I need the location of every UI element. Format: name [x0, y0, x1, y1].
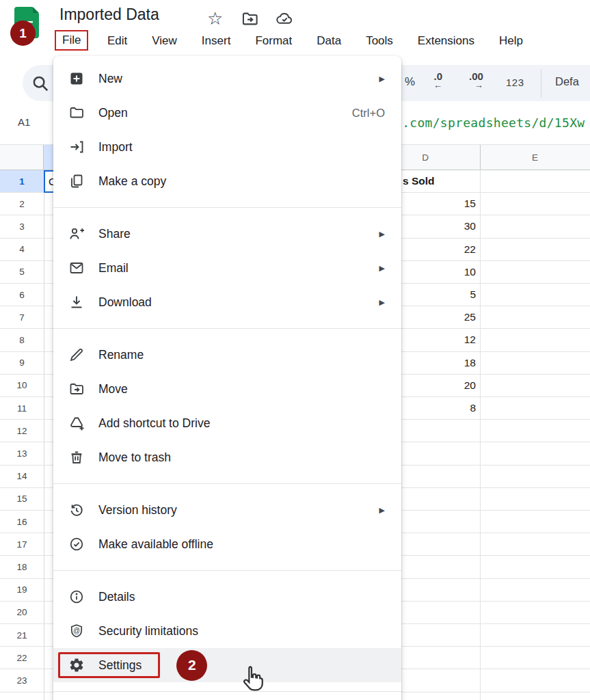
cell-d3[interactable]: 30: [464, 215, 476, 237]
row-header-18[interactable]: 18: [0, 556, 44, 578]
menubar-item-view[interactable]: View: [139, 34, 189, 48]
row-header-4[interactable]: 4: [0, 239, 44, 260]
cell-d6[interactable]: 5: [470, 284, 476, 306]
row-header-23[interactable]: 23: [0, 669, 44, 691]
menu-item-move-to-trash[interactable]: Move to trash: [53, 440, 401, 474]
file-menu-dropdown: New▶OpenCtrl+OImportMake a copyShare▶Ema…: [53, 56, 401, 700]
settings-icon: [68, 657, 85, 673]
menu-item-label: New: [98, 72, 122, 86]
header-gridline: [480, 145, 481, 170]
cell-d4[interactable]: 22: [464, 239, 476, 260]
left-arrow-icon: ←: [433, 81, 442, 90]
star-icon[interactable]: ☆: [207, 8, 228, 29]
menubar-item-data[interactable]: Data: [304, 34, 353, 48]
menu-item-rename[interactable]: Rename: [53, 338, 401, 372]
menu-divider: [53, 207, 401, 208]
cell-d1[interactable]: s Sold: [403, 170, 435, 192]
rename-icon: [68, 347, 85, 363]
download-icon: [68, 294, 85, 310]
row-header-20[interactable]: 20: [0, 602, 44, 623]
cell-d10[interactable]: 20: [464, 375, 476, 396]
row-header-21[interactable]: 21: [0, 624, 44, 646]
row-header-5[interactable]: 5: [0, 261, 44, 283]
row-header-22[interactable]: 22: [0, 647, 44, 669]
row-header-15[interactable]: 15: [0, 488, 44, 510]
svg-text:@: @: [73, 627, 80, 634]
row-header-2[interactable]: 2: [0, 193, 44, 215]
menubar-item-extensions[interactable]: Extensions: [405, 34, 487, 48]
menu-item-move[interactable]: Move: [53, 372, 401, 406]
menu-item-import[interactable]: Import: [53, 130, 401, 164]
cloud-check-icon[interactable]: [274, 9, 295, 29]
cell-d2[interactable]: 15: [464, 193, 476, 215]
row-header-6[interactable]: 6: [0, 284, 44, 306]
menu-item-label: Download: [98, 295, 152, 310]
column-gridline: [480, 170, 481, 700]
row-header-19[interactable]: 19: [0, 579, 44, 601]
row-header-7[interactable]: 7: [0, 306, 44, 328]
history-icon: [68, 502, 85, 518]
more-formats-button[interactable]: 123: [506, 77, 524, 88]
menu-item-email[interactable]: Email▶: [53, 251, 401, 285]
menu-item-new[interactable]: New▶: [53, 62, 401, 96]
menu-item-make-available-offline[interactable]: Make available offline: [53, 527, 401, 561]
submenu-arrow-icon: ▶: [379, 230, 385, 239]
step-2-badge: 2: [176, 650, 207, 681]
menu-item-label: Make available offline: [98, 537, 213, 552]
cell-d8[interactable]: 12: [464, 329, 476, 351]
row-header-8[interactable]: 8: [0, 329, 44, 351]
name-box[interactable]: A1: [18, 116, 30, 128]
person-add-icon: [68, 226, 85, 242]
column-header-e[interactable]: E: [480, 145, 590, 170]
row-header-10[interactable]: 10: [0, 375, 44, 396]
menu-item-make-a-copy[interactable]: Make a copy: [53, 164, 401, 198]
cell-d5[interactable]: 10: [464, 261, 476, 283]
row-header-12[interactable]: 12: [0, 420, 44, 442]
increase-decimal-button[interactable]: .00 →: [469, 71, 483, 90]
menu-item-label: Version history: [98, 503, 177, 517]
row-header-9[interactable]: 9: [0, 352, 44, 374]
row-header-3[interactable]: 3: [0, 215, 44, 237]
cell-d11[interactable]: 8: [470, 397, 476, 419]
row-header-17[interactable]: 17: [0, 533, 44, 555]
menu-item-settings[interactable]: Settings2: [53, 648, 401, 682]
submenu-arrow-icon: ▶: [379, 506, 385, 515]
menubar-item-format[interactable]: Format: [243, 34, 304, 48]
menu-item-share[interactable]: Share▶: [53, 217, 401, 251]
menu-item-label: Security limitations: [98, 624, 198, 638]
menubar-item-help[interactable]: Help: [487, 34, 535, 48]
cell-d9[interactable]: 18: [464, 352, 476, 374]
column-header-a[interactable]: [44, 145, 53, 170]
menu-item-version-history[interactable]: Version history▶: [53, 493, 401, 527]
percent-format-button[interactable]: %: [405, 75, 415, 89]
font-family-selector[interactable]: Defa: [555, 75, 579, 88]
menu-item-download[interactable]: Download▶: [53, 285, 401, 319]
menu-item-open[interactable]: OpenCtrl+O: [53, 96, 401, 130]
search-icon[interactable]: [30, 73, 51, 94]
menu-item-label: Move: [98, 382, 128, 396]
drive-shortcut-icon: [68, 415, 85, 431]
row-header-14[interactable]: 14: [0, 466, 44, 487]
row-header-16[interactable]: 16: [0, 511, 44, 533]
row-header-11[interactable]: 11: [0, 397, 44, 419]
menubar-item-tools[interactable]: Tools: [353, 34, 405, 48]
menu-item-add-shortcut-to-drive[interactable]: Add shortcut to Drive: [53, 406, 401, 440]
move-folder-icon[interactable]: [241, 10, 261, 30]
menubar-item-file[interactable]: File: [55, 30, 88, 51]
menubar-item-edit[interactable]: Edit: [95, 34, 139, 48]
menu-item-security-limitations[interactable]: @Security limitations: [53, 614, 401, 648]
formula-input[interactable]: e.com/spreadsheets/d/15Xw: [394, 116, 585, 130]
submenu-arrow-icon: ▶: [379, 264, 385, 273]
row-header-1[interactable]: 1: [0, 170, 44, 192]
submenu-arrow-icon: ▶: [379, 75, 385, 83]
cell-d7[interactable]: 25: [464, 306, 476, 328]
document-title[interactable]: Imported Data: [59, 5, 159, 24]
menu-item-label: Add shortcut to Drive: [98, 416, 210, 431]
menu-item-details[interactable]: Details: [53, 580, 401, 614]
menubar-item-insert[interactable]: Insert: [189, 34, 243, 48]
decrease-decimal-button[interactable]: .0 ←: [433, 71, 442, 90]
select-all-corner[interactable]: [0, 145, 44, 170]
row-header-24[interactable]: 24: [0, 692, 44, 700]
menu-item-label: Share: [98, 227, 131, 241]
row-header-13[interactable]: 13: [0, 442, 44, 464]
